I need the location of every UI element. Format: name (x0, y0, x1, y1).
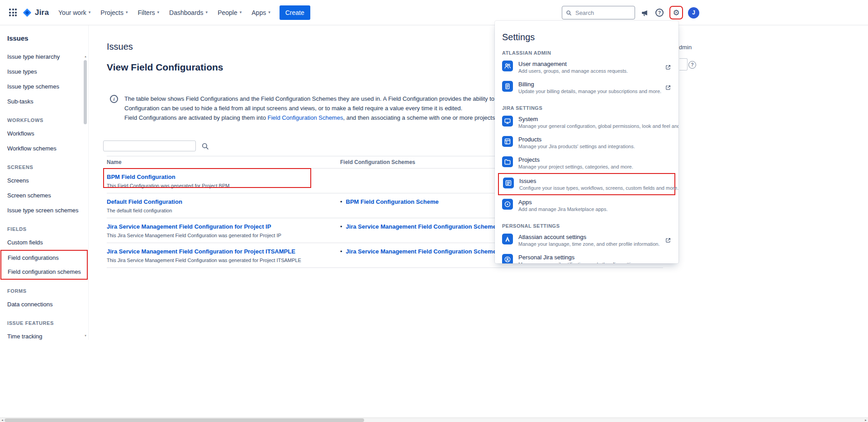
sidebar-item-field-configuration-schemes[interactable]: Field configuration schemes (1, 265, 87, 279)
products-icon (502, 136, 513, 147)
megaphone-icon (641, 9, 649, 17)
settings-item-apps[interactable]: Apps Add and manage Jira Marketplace app… (495, 195, 678, 216)
scrollbar-left-arrow[interactable]: ◂ (0, 418, 5, 422)
info-line-3-pre: Field Configurations are activated by pl… (124, 114, 268, 121)
field-config-description: This Jira Service Management Field Confi… (107, 233, 340, 238)
field-config-link-default[interactable]: Default Field Configuration (107, 198, 182, 205)
jira-wordmark: Jira (35, 8, 49, 17)
settings-item-atlassian-account[interactable]: Atlassian account settings Manage your l… (495, 230, 678, 250)
sidebar-scrollbar-thumb[interactable] (84, 60, 87, 124)
user-avatar[interactable]: J (688, 7, 699, 19)
sidebar-item-issue-type-schemes[interactable]: Issue type schemes (0, 79, 88, 94)
sidebar-item-issue-type-screen-schemes[interactable]: Issue type screen schemes (0, 203, 88, 218)
settings-item-personal-jira[interactable]: Personal Jira settings Manage your email… (495, 250, 678, 263)
settings-item-title: Apps (518, 198, 671, 206)
help-button[interactable]: ? (655, 8, 664, 18)
page-help-icon[interactable]: ? (688, 61, 696, 69)
field-config-link-jsm-ip[interactable]: Jira Service Management Field Configurat… (107, 223, 271, 230)
external-link-icon (665, 237, 671, 244)
horizontal-scrollbar[interactable]: ◂ ▸ (0, 417, 868, 422)
settings-item-title: System (518, 115, 671, 123)
sidebar-scrollbar[interactable]: ▴ ▾ (83, 54, 88, 338)
sidebar-item-sub-tasks[interactable]: Sub-tasks (0, 94, 88, 109)
sidebar-section-workflows: WORKFLOWS (0, 109, 88, 126)
field-config-link-jsm-itsample[interactable]: Jira Service Management Field Configurat… (107, 248, 295, 255)
topbar-right-cluster: ? ⚙ J (562, 6, 699, 19)
nav-people[interactable]: People▾ (213, 6, 247, 19)
field-config-link-bpm[interactable]: BPM Field Configuration (107, 173, 175, 180)
section-personal-settings: PERSONAL SETTINGS (502, 223, 671, 229)
settings-item-system[interactable]: System Manage your general configuration… (495, 112, 678, 132)
scheme-link[interactable]: BPM Field Configuration Scheme (346, 198, 439, 205)
sidebar-item-workflow-schemes[interactable]: Workflow schemes (0, 141, 88, 156)
filter-row (103, 141, 868, 151)
settings-item-title: Atlassian account settings (518, 233, 659, 241)
horizontal-scrollbar-thumb[interactable] (5, 418, 364, 422)
sidebar-item-issue-type-hierarchy[interactable]: Issue type hierarchy (0, 49, 88, 64)
sidebar-section-issue-features: ISSUE FEATURES (0, 312, 88, 329)
admin-sidebar: Issues Issue type hierarchy Issue types … (0, 25, 89, 340)
nav-projects[interactable]: Projects▾ (95, 6, 133, 19)
sidebar-item-workflows[interactable]: Workflows (0, 126, 88, 141)
filter-search-icon[interactable] (201, 142, 209, 150)
info-line-3-post: , and then associating a scheme with one… (343, 114, 497, 121)
top-navigation-bar: Jira Your work▾ Projects▾ Filters▾ Dashb… (0, 0, 868, 25)
column-header-name: Name (107, 159, 340, 165)
external-link-icon (665, 64, 671, 70)
sidebar-item-custom-fields[interactable]: Custom fields (0, 235, 88, 250)
settings-item-products[interactable]: Products Manage your Jira products' sett… (495, 132, 678, 153)
system-icon (502, 116, 513, 127)
nav-label: Dashboards (169, 9, 204, 16)
sidebar-item-screen-schemes[interactable]: Screen schemes (0, 188, 88, 203)
search-box[interactable] (562, 6, 635, 19)
settings-item-projects[interactable]: Projects Manage your project settings, c… (495, 153, 678, 173)
sidebar-item-field-configurations[interactable]: Field configurations (1, 251, 87, 265)
partially-hidden-admin-text: dmin (679, 44, 692, 51)
settings-item-user-management[interactable]: User management Add users, groups, and m… (495, 57, 678, 77)
sidebar-item-time-tracking[interactable]: Time tracking (0, 329, 88, 344)
nav-apps[interactable]: Apps▾ (247, 6, 275, 19)
settings-item-billing[interactable]: Billing Update your billing details, man… (495, 77, 678, 98)
nav-dashboards[interactable]: Dashboards▾ (164, 6, 213, 19)
settings-item-issues[interactable]: Issues Configure your issue types, workf… (498, 173, 675, 195)
nav-label: Your work (58, 9, 86, 16)
gear-icon: ⚙ (673, 9, 679, 17)
partially-hidden-button[interactable] (679, 58, 688, 70)
sidebar-item-issue-types[interactable]: Issue types (0, 64, 88, 79)
sidebar-highlight-box: Field configurations Field configuration… (0, 250, 88, 280)
info-icon: i (110, 95, 118, 103)
app-switcher-button[interactable] (5, 5, 20, 20)
chevron-down-icon: ▾ (240, 10, 242, 14)
apps-icon (502, 199, 513, 210)
scrollbar-up-arrow[interactable]: ▴ (83, 54, 88, 59)
nav-label: People (218, 9, 237, 16)
sidebar-item-data-connections[interactable]: Data connections (0, 297, 88, 312)
settings-dropdown-panel: Settings ATLASSIAN ADMIN User management… (495, 21, 678, 263)
nav-your-work[interactable]: Your work▾ (53, 6, 95, 19)
jira-logo[interactable]: Jira (20, 8, 53, 18)
bullet-icon: • (340, 198, 342, 205)
sidebar-section-forms: FORMS (0, 280, 88, 297)
create-button[interactable]: Create (280, 5, 310, 20)
field-configuration-schemes-link[interactable]: Field Configuration Schemes (268, 114, 343, 121)
jira-logo-mark (22, 8, 32, 18)
scrollbar-right-arrow[interactable]: ▸ (863, 418, 868, 422)
announcements-button[interactable] (640, 8, 650, 18)
sidebar-item-screens[interactable]: Screens (0, 173, 88, 188)
nav-label: Apps (251, 9, 266, 16)
bullet-icon: • (340, 223, 342, 230)
settings-item-title: User management (518, 60, 659, 68)
scrollbar-down-arrow[interactable]: ▾ (83, 333, 88, 338)
settings-button[interactable]: ⚙ (669, 6, 683, 19)
bullet-icon: • (340, 248, 342, 255)
settings-item-title: Products (518, 136, 671, 143)
nav-filters[interactable]: Filters▾ (133, 6, 164, 19)
settings-item-description: Add and manage Jira Marketplace apps. (518, 206, 671, 212)
filter-input[interactable] (103, 141, 196, 151)
section-jira-settings: JIRA SETTINGS (502, 105, 671, 111)
field-config-description: The default field configuration (107, 208, 340, 213)
help-icon: ? (655, 9, 664, 17)
settings-item-title: Projects (518, 156, 671, 164)
settings-item-description: Add users, groups, and manage access req… (518, 68, 659, 74)
search-input[interactable] (574, 9, 631, 17)
